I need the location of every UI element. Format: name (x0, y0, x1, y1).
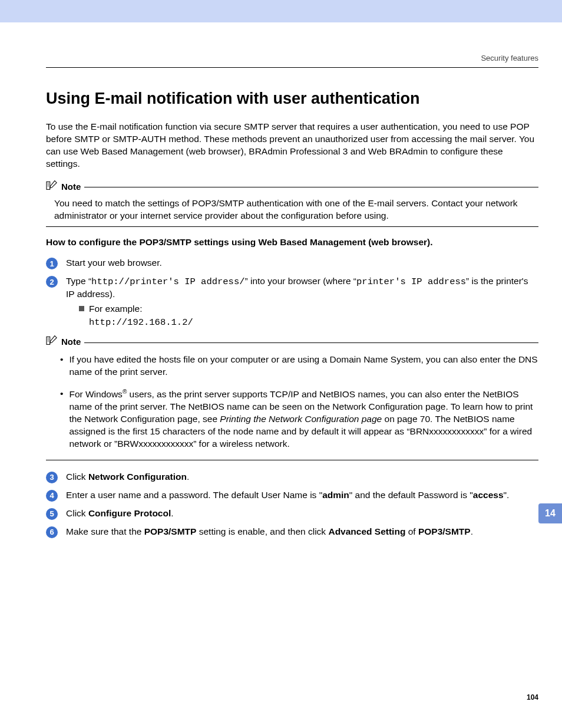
page-title: Using E-mail notification with user auth… (46, 88, 538, 109)
b2-pre: For Windows (69, 389, 122, 399)
bullet-dot-icon: • (60, 388, 63, 450)
s2-example-label: For example: (89, 304, 142, 314)
s4-post: ". (504, 490, 510, 500)
step-2-text: Type “http://printer's IP address/” into… (66, 275, 538, 329)
page-number: 104 (527, 693, 538, 702)
note-block-1: Note You need to match the settings of P… (46, 180, 538, 228)
s2-example-url: http://192.168.1.2/ (89, 317, 193, 329)
step-4: 4 Enter a user name and a password. The … (46, 489, 538, 502)
s5-post: . (171, 508, 173, 518)
s5-bold: Configure Protocol (88, 508, 171, 518)
note-icon (46, 180, 58, 194)
step-6-text: Make sure that the POP3/SMTP setting is … (66, 526, 538, 538)
step-5: 5 Click Configure Protocol. (46, 508, 538, 520)
step-3: 3 Click Network Configuration. (46, 471, 538, 483)
step-number-6: 6 (46, 526, 58, 538)
note-end-rule (46, 460, 538, 460)
note2-bullet-1: • If you have edited the hosts file on y… (60, 354, 538, 378)
s2-pre: Type “ (66, 276, 91, 286)
running-header: Security features (46, 53, 538, 64)
s6-b1: POP3/SMTP (144, 526, 197, 536)
intro-paragraph: To use the E-mail notification function … (46, 121, 538, 170)
bullet-dot-icon: • (60, 354, 63, 378)
svg-rect-4 (47, 337, 50, 344)
s6-post: . (471, 526, 473, 536)
note-text: You need to match the settings of POP3/S… (54, 197, 538, 222)
s5-pre: Click (66, 508, 88, 518)
procedure-heading: How to configure the POP3/SMTP settings … (46, 236, 538, 249)
note-block-2: Note • If you have edited the hosts file… (46, 335, 538, 460)
s2-url1: http://printer's IP address/ (91, 276, 244, 287)
note2-bullets: • If you have edited the hosts file on y… (60, 354, 538, 450)
s4-b2: access (473, 490, 504, 500)
page-content: Security features Using E-mail notificat… (0, 53, 562, 538)
header-rule (46, 67, 538, 68)
s6-b2: Advanced Setting (328, 526, 405, 536)
s6-mid2: of (405, 526, 418, 536)
step-number-1: 1 (46, 258, 58, 269)
step-1: 1 Start your web browser. (46, 257, 538, 269)
s3-bold: Network Configuration (88, 472, 187, 482)
note2-b1-text: If you have edited the hosts file on you… (69, 354, 538, 378)
note-rule (84, 187, 538, 187)
note-end-rule (46, 226, 538, 227)
s2-example: For example: http://192.168.1.2/ (79, 303, 538, 329)
s6-mid1: setting is enable, and then click (196, 526, 328, 536)
svg-rect-0 (47, 182, 50, 189)
square-bullet-icon (79, 306, 84, 311)
s2-url2: printer's IP address (356, 276, 466, 287)
note-rule (84, 342, 538, 343)
s4-pre: Enter a user name and a password. The de… (66, 490, 322, 500)
step-number-5: 5 (46, 508, 58, 520)
s6-b3: POP3/SMTP (418, 526, 471, 536)
step-2: 2 Type “http://printer's IP address/” in… (46, 275, 538, 329)
note-label: Note (61, 181, 81, 193)
step-4-text: Enter a user name and a password. The de… (66, 489, 538, 502)
step-1-text: Start your web browser. (66, 257, 538, 269)
note-label: Note (61, 336, 81, 348)
step-3-text: Click Network Configuration. (66, 471, 538, 483)
note2-bullet-2: • For Windows® users, as the print serve… (60, 388, 538, 450)
s3-post: . (187, 472, 189, 482)
note-icon (46, 335, 58, 349)
step-number-4: 4 (46, 490, 58, 502)
step-number-3: 3 (46, 472, 58, 483)
chapter-tab[interactable]: 14 (538, 503, 562, 523)
s2-mid: ” into your browser (where “ (245, 276, 357, 286)
s4-mid: " and the default Password is " (349, 490, 473, 500)
step-number-2: 2 (46, 276, 58, 288)
s3-pre: Click (66, 472, 88, 482)
s6-pre: Make sure that the (66, 526, 144, 536)
step-5-text: Click Configure Protocol. (66, 508, 538, 520)
step-6: 6 Make sure that the POP3/SMTP setting i… (46, 526, 538, 538)
s4-b1: admin (322, 490, 349, 500)
page-top-band (0, 0, 562, 22)
note2-b2-text: For Windows® users, as the print server … (69, 388, 538, 450)
b2-link[interactable]: Printing the Network Configuration page (220, 414, 382, 424)
